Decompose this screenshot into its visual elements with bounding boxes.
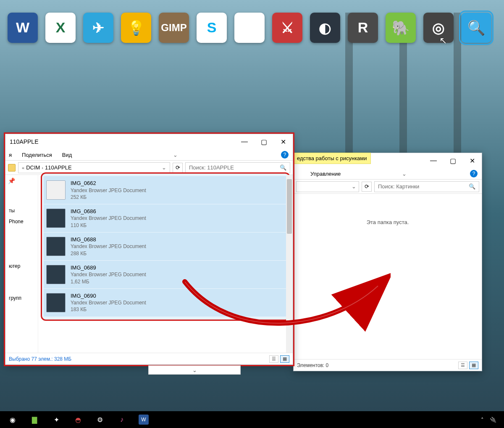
taskbar-game-icon[interactable]: ◓: [73, 415, 83, 425]
file-size: 110 КБ: [71, 222, 146, 229]
picture-tools-tab[interactable]: едства работы с рисунками: [293, 153, 371, 164]
minimize-button[interactable]: —: [424, 153, 443, 168]
taskbar-evernote-icon[interactable]: ▇: [29, 415, 39, 425]
search-placeholder: Поиск: Картинки: [378, 183, 419, 190]
titlebar-110apple[interactable]: 110APPLE — ▢ ✕: [5, 134, 293, 149]
file-thumbnail: [46, 265, 66, 284]
file-size: 183 КБ: [71, 306, 146, 313]
sidebar-item-phone[interactable]: Phone: [8, 216, 35, 227]
status-text: Выбрано 77 элем.: 328 МБ: [9, 356, 71, 362]
gimp-icon[interactable]: GIMP: [159, 13, 189, 43]
file-type: Yandex Browser JPEG Document: [71, 271, 146, 278]
keep-icon[interactable]: 💡: [121, 13, 151, 43]
file-size: 252 КБ: [71, 194, 146, 201]
tab-view[interactable]: Вид: [62, 152, 72, 158]
pin-icon[interactable]: 📌: [8, 177, 35, 184]
empty-folder-message: Эта папка пуста.: [294, 194, 482, 251]
telegram-icon[interactable]: ✈: [83, 13, 113, 43]
file-item[interactable]: IMG_0686 Yandex Browser JPEG Document 11…: [44, 204, 287, 232]
breadcrumb-dropdown-icon[interactable]: ⌄: [162, 164, 166, 171]
file-item[interactable]: IMG_0690 Yandex Browser JPEG Document 18…: [44, 289, 287, 317]
taskbar-itunes-icon[interactable]: ♪: [117, 415, 127, 425]
tray-expand-icon[interactable]: ˄: [481, 417, 484, 423]
file-type: Yandex Browser JPEG Document: [71, 187, 146, 194]
ribbon-collapse-icon[interactable]: ⌄: [402, 171, 407, 177]
file-meta: IMG_0662 Yandex Browser JPEG Document 25…: [71, 180, 146, 201]
file-name: IMG_0689: [71, 264, 146, 272]
dropdown-chip[interactable]: ⌄: [148, 365, 241, 375]
taskbar-chrome-icon[interactable]: ◉: [8, 415, 18, 425]
details-view-icon[interactable]: ☰: [458, 362, 467, 369]
window-controls: — ▢ ✕: [424, 153, 482, 168]
thumbnails-view-icon[interactable]: ▦: [469, 362, 478, 369]
file-meta: IMG_0686 Yandex Browser JPEG Document 11…: [71, 208, 146, 229]
close-button[interactable]: ✕: [462, 153, 482, 168]
search-icon: 🔍: [469, 183, 475, 190]
evernote-icon[interactable]: 🐘: [386, 13, 416, 43]
breadcrumb-pictures[interactable]: ⌄: [296, 181, 359, 192]
scrollbar-thumb[interactable]: [287, 179, 292, 234]
chevron-right-icon: ›: [42, 165, 43, 170]
file-meta: IMG_0690 Yandex Browser JPEG Document 18…: [71, 292, 146, 313]
taskbar-gimp-icon[interactable]: ✦: [51, 415, 61, 425]
breadcrumb[interactable]: « DCIM › 110APPLE ⌄: [18, 162, 170, 173]
breadcrumb-segment-dcim[interactable]: DCIM: [26, 164, 40, 171]
search-app-icon[interactable]: 🔍: [461, 13, 491, 43]
game-icon[interactable]: ⚔: [272, 13, 302, 43]
navigation-sidebar[interactable]: 📌 ты Phone ютер групп: [5, 175, 38, 353]
minimize-button[interactable]: —: [235, 134, 254, 149]
word-icon[interactable]: W: [8, 13, 38, 43]
file-item[interactable]: IMG_0689 Yandex Browser JPEG Document 1,…: [44, 261, 287, 289]
maximize-button[interactable]: ▢: [254, 134, 273, 149]
taskbar-settings-icon[interactable]: ⚙: [95, 415, 105, 425]
body-pictures: Эта папка пуста.: [294, 194, 482, 359]
file-meta: IMG_0689 Yandex Browser JPEG Document 1,…: [71, 264, 146, 285]
file-type: Yandex Browser JPEG Document: [71, 299, 146, 306]
maximize-button[interactable]: ▢: [443, 153, 462, 168]
file-thumbnail: [46, 293, 66, 312]
vertical-scrollbar[interactable]: [286, 175, 293, 353]
taskbar-word-icon[interactable]: W: [139, 415, 149, 425]
file-name: IMG_0690: [71, 292, 146, 300]
details-view-icon[interactable]: ☰: [269, 355, 278, 363]
help-icon[interactable]: ?: [470, 170, 478, 177]
help-icon[interactable]: ?: [281, 151, 289, 159]
ribbon-collapse-icon[interactable]: ⌄: [173, 152, 178, 158]
excel-icon[interactable]: X: [45, 13, 76, 43]
tab-share[interactable]: Поделиться: [22, 152, 52, 158]
taskbar[interactable]: ◉ ▇ ✦ ◓ ⚙ ♪ W ˄ 🔌: [0, 411, 504, 428]
file-pane[interactable]: IMG_0662 Yandex Browser JPEG Document 25…: [38, 175, 293, 353]
explorer-window-pictures[interactable]: едства работы с рисунками — ▢ ✕ Управлен…: [293, 153, 482, 371]
file-thumbnail: [46, 209, 66, 228]
file-item[interactable]: IMG_0688 Yandex Browser JPEG Document 28…: [44, 232, 287, 261]
tab-home[interactable]: я: [9, 152, 12, 158]
breadcrumb-dropdown-icon[interactable]: ⌄: [352, 183, 356, 190]
refresh-button[interactable]: ⟳: [173, 163, 183, 173]
file-item[interactable]: IMG_0662 Yandex Browser JPEG Document 25…: [44, 176, 287, 204]
file-thumbnail: [46, 237, 66, 256]
taskbar-tray[interactable]: ˄ 🔌: [481, 417, 496, 423]
skype-icon[interactable]: S: [197, 13, 227, 43]
sidebar-item-1[interactable]: ты: [8, 205, 35, 216]
window-title: 110APPLE: [10, 138, 39, 145]
chrome-icon[interactable]: ◉: [234, 13, 265, 43]
sidebar-item-computer[interactable]: ютер: [8, 261, 35, 272]
steam-icon[interactable]: ◐: [310, 13, 340, 43]
file-size: 288 КБ: [71, 250, 146, 257]
tray-power-icon[interactable]: 🔌: [490, 417, 496, 423]
search-input-pictures[interactable]: Поиск: Картинки 🔍: [374, 181, 479, 192]
manage-tab[interactable]: Управление: [310, 171, 341, 177]
explorer-window-110apple[interactable]: 110APPLE — ▢ ✕ я Поделиться Вид ⌄ ? « DC…: [5, 134, 293, 365]
file-type: Yandex Browser JPEG Document: [71, 215, 146, 222]
search-input[interactable]: Поиск: 110APPLE 🔍: [185, 162, 290, 173]
file-size: 1,62 МБ: [71, 278, 146, 285]
close-button[interactable]: ✕: [273, 134, 293, 149]
sidebar-item-group[interactable]: групп: [8, 293, 35, 304]
refresh-button[interactable]: ⟳: [362, 182, 372, 192]
breadcrumb-segment-110apple[interactable]: 110APPLE: [45, 164, 72, 171]
status-bar-pictures: Элементов: 0 ☰ ▦: [294, 359, 482, 371]
r-icon[interactable]: R: [348, 13, 378, 43]
dark-app-icon[interactable]: ◎: [423, 13, 454, 43]
thumbnails-view-icon[interactable]: ▦: [280, 355, 289, 363]
status-bar-110apple: Выбрано 77 элем.: 328 МБ ☰ ▦: [5, 353, 293, 365]
